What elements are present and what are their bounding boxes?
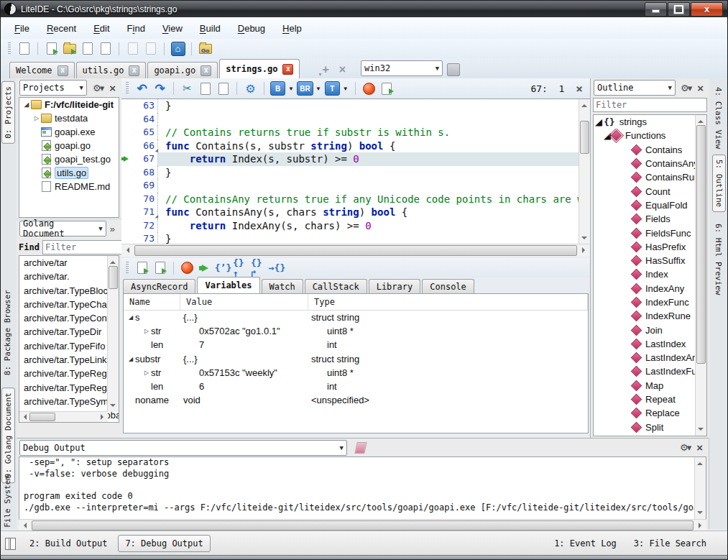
close-editor-icon[interactable]: × <box>339 63 346 76</box>
record-close-icon[interactable] <box>152 260 168 276</box>
tab-goapi.go[interactable]: goapi.gox <box>147 62 218 78</box>
tab-close-icon[interactable]: x <box>201 65 211 76</box>
menu-help[interactable]: Help <box>275 21 310 36</box>
undo-icon[interactable]: ↶ <box>134 81 150 96</box>
table-row[interactable]: ▷str0x57153c "weekly"uint8 * <box>124 366 588 380</box>
menu-find[interactable]: Find <box>119 21 153 36</box>
outline-item-contains[interactable]: Contains <box>594 143 706 157</box>
tree-expander-icon[interactable]: ◢ <box>126 356 135 362</box>
goto-icon[interactable] <box>379 81 395 96</box>
outline-item-count[interactable]: Count <box>594 184 706 198</box>
column-type[interactable]: Type <box>308 294 588 310</box>
side-tab-file-system[interactable]: File System <box>1 471 14 532</box>
file-tree-item[interactable]: README.md <box>19 180 119 193</box>
scroll-up-icon[interactable] <box>110 258 116 264</box>
golang-docs-icon[interactable]: Go <box>197 41 213 57</box>
code-line[interactable]: 66◢func Contains(s, substr string) bool … <box>121 139 590 153</box>
new-tab-icon[interactable]: + <box>322 63 328 76</box>
tree-expander-icon[interactable]: ▷ <box>142 369 151 376</box>
redo-icon[interactable]: ↷ <box>152 81 168 96</box>
table-row[interactable]: ▷str0x5702ac "go1.0.1"uint8 * <box>124 324 588 338</box>
scroll-down-icon[interactable] <box>697 511 703 517</box>
gear-icon[interactable] <box>677 83 694 93</box>
step-into-icon[interactable]: {’} <box>215 260 231 276</box>
list-item[interactable]: archive/tar.TypeLink <box>19 353 119 367</box>
tree-expander-icon[interactable]: ▷ <box>142 328 151 334</box>
tree-expander-icon[interactable]: ◢ <box>604 130 611 141</box>
build-target-select[interactable]: win32 ▼ <box>361 60 443 76</box>
debug-tab-watch[interactable]: Watch <box>262 279 303 293</box>
file-tree-item[interactable]: goapi.exe <box>19 125 119 139</box>
scroll-left-icon[interactable] <box>21 414 27 420</box>
side-tab-5-outline[interactable]: 5: Outline <box>712 155 726 212</box>
list-item[interactable]: archive/tar.TypeSymlink <box>19 395 119 408</box>
projects-selector[interactable]: Projects ▼ <box>19 80 87 96</box>
scroll-right-icon[interactable] <box>699 523 704 528</box>
outline-item-containsany[interactable]: ContainsAny <box>594 157 706 170</box>
output-vscrollbar[interactable] <box>694 457 706 519</box>
list-item[interactable]: archive/tar.TypeBlock <box>19 284 119 298</box>
scroll-thumb[interactable] <box>29 413 55 421</box>
copy-icon[interactable] <box>197 81 213 96</box>
outline-item-lastindex[interactable]: LastIndex <box>594 337 706 351</box>
scroll-left-icon[interactable] <box>21 523 27 528</box>
tree-expander-icon[interactable]: ◢ <box>126 314 135 321</box>
code-line[interactable]: 68} <box>121 166 590 180</box>
scroll-thumb[interactable] <box>580 121 589 154</box>
code-line[interactable]: 65// Contains returns true if substr is … <box>121 126 590 139</box>
side-tab-6-html-preview[interactable]: 6: Html Preview <box>712 219 724 299</box>
code-line[interactable]: 69 <box>121 179 590 193</box>
outline-item-splitafter[interactable]: SplitAfter <box>594 434 706 436</box>
gear-icon[interactable] <box>676 442 694 453</box>
outline-filter-input[interactable] <box>593 98 707 112</box>
tab-close-icon[interactable]: x <box>282 64 293 75</box>
list-item[interactable]: archive/tar.TypeDir <box>19 325 119 339</box>
output-hscrollbar[interactable] <box>19 519 706 531</box>
scroll-down-icon[interactable] <box>698 428 704 433</box>
outline-item-index[interactable]: Index <box>594 267 706 281</box>
step-over-icon[interactable]: {}↑ <box>233 260 249 276</box>
docs-hscrollbar[interactable] <box>19 411 108 422</box>
outline-item-replace[interactable]: Replace <box>594 406 706 420</box>
table-row[interactable]: nonamevoid<unspecified> <box>124 393 588 407</box>
code-line[interactable]: 71◢func ContainsAny(s, chars string) boo… <box>121 206 590 219</box>
debug-tab-asyncrecord[interactable]: AsyncRecord <box>123 279 195 293</box>
list-item[interactable]: archive/tar.TypeRegA <box>19 381 119 395</box>
scroll-up-icon[interactable] <box>581 101 587 107</box>
table-row[interactable]: ◢s{...}struct string <box>124 311 588 324</box>
build-config-icon[interactable]: ⚙ <box>242 81 259 96</box>
scroll-thumb[interactable] <box>696 125 706 364</box>
toggle-panels-icon[interactable] <box>5 538 16 550</box>
side-tab-0-projects[interactable]: 0: Projects <box>1 81 15 144</box>
outline-item-repeat[interactable]: Repeat <box>594 393 706 406</box>
open-folder-icon[interactable] <box>61 41 78 57</box>
chevron-down-icon[interactable]: ▼ <box>288 86 294 92</box>
tab-utils.go[interactable]: utils.gox <box>76 62 147 78</box>
editor-hscrollbar[interactable] <box>121 244 590 257</box>
outline-item-hasprefix[interactable]: HasPrefix <box>594 240 706 254</box>
file-tree-item[interactable]: goapi_test.go <box>19 152 119 166</box>
menu-debug[interactable]: Debug <box>230 21 273 36</box>
list-item[interactable]: archive/tar.TypeChar <box>19 298 119 311</box>
scroll-thumb[interactable] <box>109 266 118 289</box>
open-file-icon[interactable] <box>43 41 60 57</box>
outline-item-hassuffix[interactable]: HasSuffix <box>594 254 706 267</box>
outline-item-equalfold[interactable]: EqualFold <box>594 198 706 212</box>
stop-icon[interactable] <box>361 81 377 96</box>
chevron-down-icon[interactable]: ▼ <box>343 86 349 92</box>
menu-edit[interactable]: Edit <box>86 21 117 36</box>
outline-vscrollbar[interactable] <box>695 115 706 436</box>
side-tab-4-class-view[interactable]: 4: Class View <box>712 83 724 153</box>
scroll-up-icon[interactable] <box>698 117 704 123</box>
code-line[interactable]: 67 return Index(s, substr) >= 0 <box>121 152 590 166</box>
chevron-down-icon[interactable]: ▼ <box>315 86 321 92</box>
build-test-icon[interactable]: T <box>324 81 341 96</box>
tab-Welcome[interactable]: Welcomex <box>9 62 75 78</box>
code-line[interactable]: 64 <box>121 113 590 127</box>
scroll-thumb[interactable] <box>32 520 694 531</box>
file-tree-item[interactable]: goapi.go <box>19 139 119 152</box>
menu-build[interactable]: Build <box>192 21 229 36</box>
outline-item-indexfunc[interactable]: IndexFunc <box>594 295 706 309</box>
output-selector[interactable]: Debug Output ▼ <box>19 440 347 456</box>
menu-view[interactable]: View <box>155 21 190 36</box>
